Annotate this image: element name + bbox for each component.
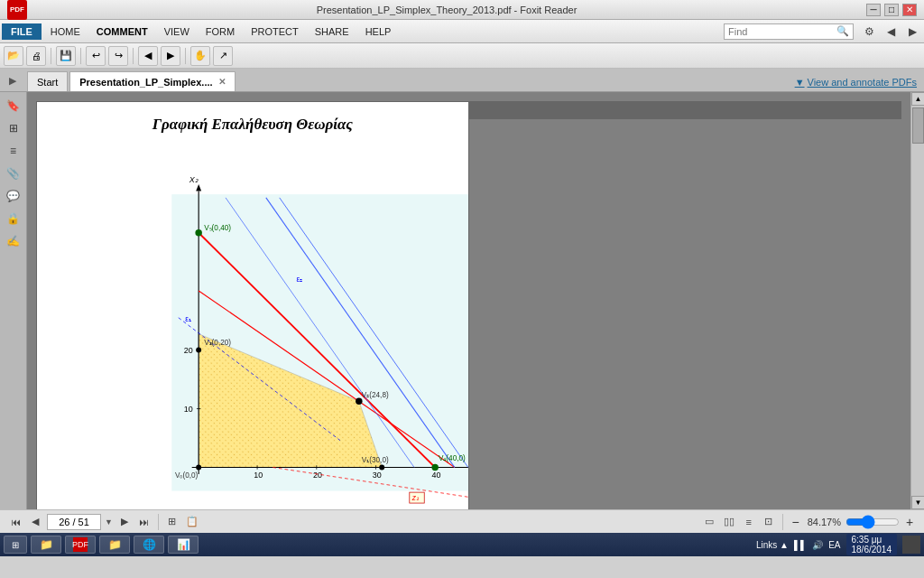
taskbar-tray: Links ▲ ▌▌ 🔊 ΕΑ 6:35 μμ 18/6/2014	[756, 534, 920, 555]
double-page-icon[interactable]: ▯▯	[721, 514, 737, 530]
window-controls: ─ □ ✕	[866, 4, 917, 16]
page-input[interactable]	[47, 514, 101, 530]
show-desktop-button[interactable]	[902, 536, 920, 554]
close-button[interactable]: ✕	[902, 4, 917, 16]
last-page-button[interactable]: ⏭	[136, 514, 152, 530]
tray-links[interactable]: Links ▲	[756, 540, 789, 550]
pdf-page: Γραφική Επαλήθευση Θεωρίας	[36, 101, 469, 509]
y-tick-20: 20	[184, 346, 193, 355]
vertex-v1	[379, 465, 384, 471]
tray-sound: 🔊	[812, 540, 823, 550]
scroll-up-button[interactable]: ▲	[911, 92, 924, 106]
tray-signal: ▌▌	[794, 540, 807, 550]
menu-form[interactable]: FORM	[199, 23, 242, 40]
menu-view[interactable]: VIEW	[157, 23, 197, 40]
taskbar-fileexplorer[interactable]: 📁	[31, 536, 61, 554]
taskbar-folder[interactable]: 📁	[99, 536, 130, 554]
gear-icon[interactable]: ⚙	[859, 22, 879, 42]
zoom-slider[interactable]	[845, 517, 900, 527]
scroll-page-icon[interactable]: ≡	[741, 514, 757, 530]
tabs-bar: ▶ Start Presentation_LP_Simplex.... ✕ ▼ …	[0, 69, 924, 92]
print-button[interactable]: 🖨	[26, 46, 46, 66]
page-area: Γραφική Επαλήθευση Θεωρίας	[27, 92, 910, 509]
graph-svg: 10 20 30 40 10 20 X₁ X₂ 26	[37, 102, 468, 509]
copy-icon[interactable]: ⊞	[164, 514, 180, 530]
tab-document[interactable]: Presentation_LP_Simplex.... ✕	[69, 71, 235, 91]
title-bar: PDF Presentation_LP_Simplex_Theory_2013.…	[0, 0, 924, 20]
powerpoint-icon: 📊	[176, 537, 190, 552]
zoom-in-button[interactable]: +	[902, 515, 917, 529]
v5-label: V₅(0,40)	[204, 224, 231, 232]
zoom-out-button[interactable]: −	[789, 515, 803, 529]
taskbar-pdf[interactable]: PDF	[65, 536, 96, 554]
scroll-thumb[interactable]	[912, 107, 924, 144]
extract-icon[interactable]: 📋	[184, 514, 200, 530]
prev-view-button[interactable]: ◀	[138, 46, 158, 66]
save-button[interactable]: 💾	[56, 46, 76, 66]
vertex-v4	[431, 464, 438, 471]
menu-help[interactable]: HELP	[358, 23, 399, 40]
tab-close-icon[interactable]: ✕	[218, 77, 226, 87]
search-input[interactable]	[728, 26, 836, 37]
layers-icon[interactable]: ≡	[4, 141, 23, 161]
redo-button[interactable]: ↪	[108, 46, 128, 66]
minimize-button[interactable]: ─	[866, 4, 881, 16]
view-annotate-link[interactable]: ▼ View and annotate PDFs	[795, 77, 917, 88]
menu-comment[interactable]: COMMENT	[89, 23, 155, 40]
next-page-button[interactable]: ▶	[116, 514, 133, 530]
nav-sep-2	[782, 514, 783, 530]
tab-start[interactable]: Start	[27, 71, 68, 91]
scroll-down-button[interactable]: ▼	[911, 496, 924, 509]
maximize-button[interactable]: □	[884, 4, 899, 16]
tab-start-label: Start	[37, 77, 58, 88]
first-page-button[interactable]: ⏮	[7, 514, 23, 530]
x-tick-10: 10	[254, 471, 263, 480]
dropdown-arrow-icon: ▼	[795, 77, 805, 88]
comments-icon[interactable]: 💬	[4, 186, 23, 206]
prev-page-button[interactable]: ◀	[27, 514, 43, 530]
y-axis-label: X₂	[189, 175, 199, 184]
x-tick-30: 30	[373, 471, 382, 480]
v3-label: V₃(0,20)	[204, 339, 231, 347]
x-tick-40: 40	[431, 471, 440, 480]
vertex-v0	[196, 465, 201, 471]
menu-home[interactable]: HOME	[43, 23, 88, 40]
v0-label: V₀(0,0)	[175, 471, 199, 480]
fit-page-icon[interactable]: ⊡	[761, 514, 777, 530]
tab-document-label: Presentation_LP_Simplex....	[79, 77, 212, 88]
undo-button[interactable]: ↩	[86, 46, 106, 66]
nav-sep-1	[158, 514, 159, 530]
security-icon[interactable]: 🔒	[4, 209, 23, 228]
tab-scroll-arrow[interactable]: ▶	[9, 75, 16, 87]
vertex-v3	[196, 348, 201, 353]
epsilon1-label: ε₁	[185, 315, 191, 323]
toolbar-separator-2	[80, 48, 81, 64]
y-tick-10: 10	[184, 405, 193, 414]
tray-time: 6:35 μμ	[852, 535, 892, 545]
hand-tool-button[interactable]: ✋	[190, 46, 210, 66]
window-title: Presentation_LP_Simplex_Theory_2013.pdf …	[27, 5, 866, 15]
taskbar-browser[interactable]: 🌐	[134, 536, 164, 554]
bookmark-icon[interactable]: 🔖	[4, 96, 23, 116]
page-dropdown-arrow[interactable]: ▼	[105, 517, 113, 527]
forward-icon[interactable]: ▶	[902, 22, 922, 42]
taskbar-powerpoint[interactable]: 📊	[168, 536, 199, 554]
thumbnail-icon[interactable]: ⊞	[4, 118, 23, 138]
tray-clock: 6:35 μμ 18/6/2014	[846, 534, 898, 555]
menu-share[interactable]: SHARE	[308, 23, 356, 40]
select-button[interactable]: ↗	[213, 46, 233, 66]
attachment-icon[interactable]: 📎	[4, 163, 23, 183]
page-bottom-margin	[469, 101, 901, 119]
menu-protect[interactable]: PROTECT	[244, 23, 306, 40]
v1-label: V₁(30,0)	[362, 456, 389, 464]
start-button[interactable]: ⊞	[4, 536, 27, 554]
single-page-icon[interactable]: ▭	[701, 514, 717, 530]
open-button[interactable]: 📂	[4, 46, 23, 66]
sign-icon[interactable]: ✍	[4, 231, 23, 251]
next-view-button[interactable]: ▶	[161, 46, 180, 66]
toolbar-separator-1	[51, 48, 51, 64]
menu-bar: FILE HOME COMMENT VIEW FORM PROTECT SHAR…	[0, 20, 924, 43]
back-icon[interactable]: ◀	[881, 22, 901, 42]
search-icon[interactable]: 🔍	[836, 25, 849, 37]
menu-file[interactable]: FILE	[2, 23, 42, 40]
